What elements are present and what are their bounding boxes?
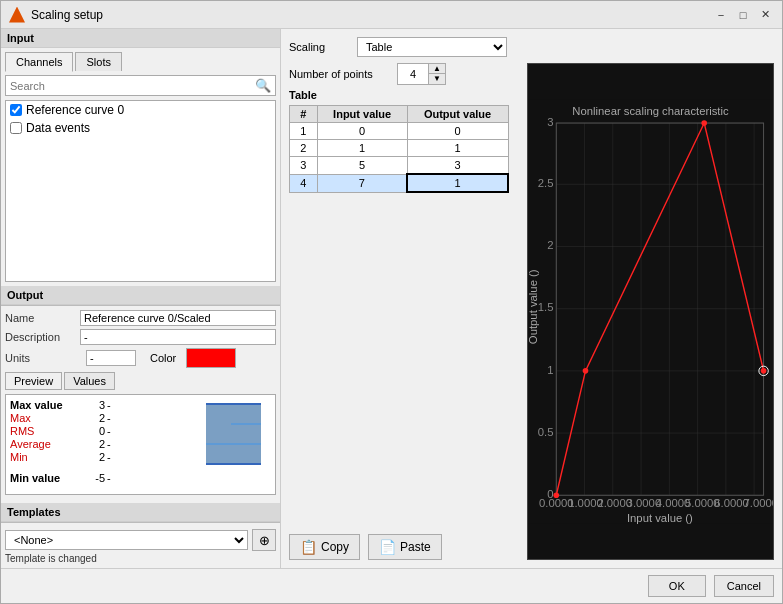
output-section-header: Output (1, 286, 280, 305)
tree-area: Reference curve 0 Data events (5, 100, 276, 282)
stat-row-maxvalue: Max value 3 - (10, 399, 192, 411)
preview-tabs: Preview Values (5, 372, 276, 390)
svg-text:1.5: 1.5 (538, 302, 554, 314)
cell-input[interactable]: 0 (317, 123, 407, 140)
units-input[interactable] (86, 350, 136, 366)
stat-maxvalue-label: Max value (10, 399, 80, 411)
stat-row-minvalue: Min value -5 - (10, 472, 192, 484)
bottom-buttons: 📋 Copy 📄 Paste (289, 526, 519, 560)
cell-input[interactable]: 1 (317, 140, 407, 157)
col-header-input: Input value (317, 106, 407, 123)
chart-title-text: Nonlinear scaling characteristic (572, 105, 729, 117)
chart-area: Nonlinear scaling characteristic (527, 63, 774, 560)
window: Scaling setup − □ ✕ Input Channels Slots… (0, 0, 783, 604)
cancel-button[interactable]: Cancel (714, 575, 774, 597)
stats-area: Max value 3 - Max 2 - RMS 0 (5, 394, 276, 495)
scaling-row: Scaling Table Linear Formula (289, 37, 774, 57)
copy-label: Copy (321, 540, 349, 554)
ok-button[interactable]: OK (648, 575, 706, 597)
cell-input[interactable]: 7 (317, 174, 407, 192)
cell-output[interactable]: 0 (407, 123, 508, 140)
table-row[interactable]: 100 (290, 123, 509, 140)
template-select[interactable]: <None> (5, 530, 248, 550)
paste-button[interactable]: 📄 Paste (368, 534, 442, 560)
points-input[interactable] (398, 64, 428, 84)
col-header-num: # (290, 106, 318, 123)
stat-avg-label: Average (10, 438, 80, 450)
svg-text:2: 2 (547, 239, 553, 251)
svg-rect-0 (206, 404, 261, 464)
spinner-down[interactable]: ▼ (429, 74, 445, 84)
tab-values[interactable]: Values (64, 372, 115, 390)
cell-output[interactable]: 1 (407, 140, 508, 157)
templates-row: <None> ⊕ (5, 529, 276, 551)
name-input[interactable] (80, 310, 276, 326)
title-bar-controls: − □ ✕ (712, 6, 774, 24)
data-events-label: Data events (26, 121, 90, 135)
mini-chart (196, 399, 271, 490)
description-input[interactable] (80, 329, 276, 345)
paste-label: Paste (400, 540, 431, 554)
tab-channels[interactable]: Channels (5, 52, 73, 72)
cell-output[interactable]: 1 (407, 174, 508, 192)
title-bar-left: Scaling setup (9, 7, 103, 23)
stat-minvalue-dash: - (107, 472, 111, 484)
output-section: Name Description Units Color Preview Val… (1, 305, 280, 503)
cell-input[interactable]: 5 (317, 157, 407, 175)
stat-row-max: Max 2 - (10, 412, 192, 424)
tab-slots[interactable]: Slots (75, 52, 121, 71)
chart-point-3 (761, 368, 767, 374)
list-item[interactable]: Reference curve 0 (6, 101, 275, 119)
app-icon (9, 7, 25, 23)
cell-num: 2 (290, 140, 318, 157)
stat-rms-dash: - (107, 425, 111, 437)
stat-rms-label: RMS (10, 425, 80, 437)
list-item[interactable]: Data events (6, 119, 275, 137)
svg-text:0.5: 0.5 (538, 426, 554, 438)
chart-point-0 (553, 492, 559, 498)
cell-output[interactable]: 3 (407, 157, 508, 175)
maximize-button[interactable]: □ (734, 6, 752, 24)
close-button[interactable]: ✕ (756, 6, 774, 24)
stat-maxvalue-dash: - (107, 399, 111, 411)
svg-text:1: 1 (547, 364, 553, 376)
bottom-row: OK Cancel (1, 568, 782, 603)
units-label: Units (5, 352, 80, 364)
search-input[interactable] (6, 78, 251, 94)
copy-button[interactable]: 📋 Copy (289, 534, 360, 560)
scaling-select[interactable]: Table Linear Formula (357, 37, 507, 57)
search-row: 🔍 (5, 75, 276, 96)
svg-text:Output value (): Output value () (528, 269, 539, 344)
input-section-header: Input (1, 29, 280, 48)
tab-preview[interactable]: Preview (5, 372, 62, 390)
stat-min-dash: - (107, 451, 111, 463)
stat-min-label: Min (10, 451, 80, 463)
scaling-label: Scaling (289, 41, 349, 53)
stat-maxvalue-value: 3 (80, 399, 105, 411)
points-label: Number of points (289, 68, 389, 80)
paste-icon: 📄 (379, 539, 396, 555)
table-row[interactable]: 353 (290, 157, 509, 175)
name-row: Name (5, 310, 276, 326)
table-row[interactable]: 471 (290, 174, 509, 192)
points-spinner: ▲ ▼ (397, 63, 446, 85)
templates-section: <None> ⊕ Template is changed (1, 522, 280, 568)
stat-minvalue-value: -5 (80, 472, 105, 484)
reference-curve-label: Reference curve 0 (26, 103, 124, 117)
color-label: Color (150, 352, 176, 364)
template-options-button[interactable]: ⊕ (252, 529, 276, 551)
data-table: # Input value Output value 100211353471 (289, 105, 509, 193)
spinner-up[interactable]: ▲ (429, 64, 445, 74)
reference-curve-checkbox[interactable] (10, 104, 22, 116)
templates-section-header: Templates (1, 503, 280, 522)
minimize-button[interactable]: − (712, 6, 730, 24)
chart-svg: Nonlinear scaling characteristic (528, 64, 773, 559)
left-panel: Input Channels Slots 🔍 Reference curve 0… (1, 29, 281, 568)
copy-icon: 📋 (300, 539, 317, 555)
search-button[interactable]: 🔍 (251, 76, 275, 95)
mini-chart-svg (196, 399, 266, 487)
table-row[interactable]: 211 (290, 140, 509, 157)
color-swatch[interactable] (186, 348, 236, 368)
data-events-checkbox[interactable] (10, 122, 22, 134)
template-changed-text: Template is changed (5, 553, 276, 564)
